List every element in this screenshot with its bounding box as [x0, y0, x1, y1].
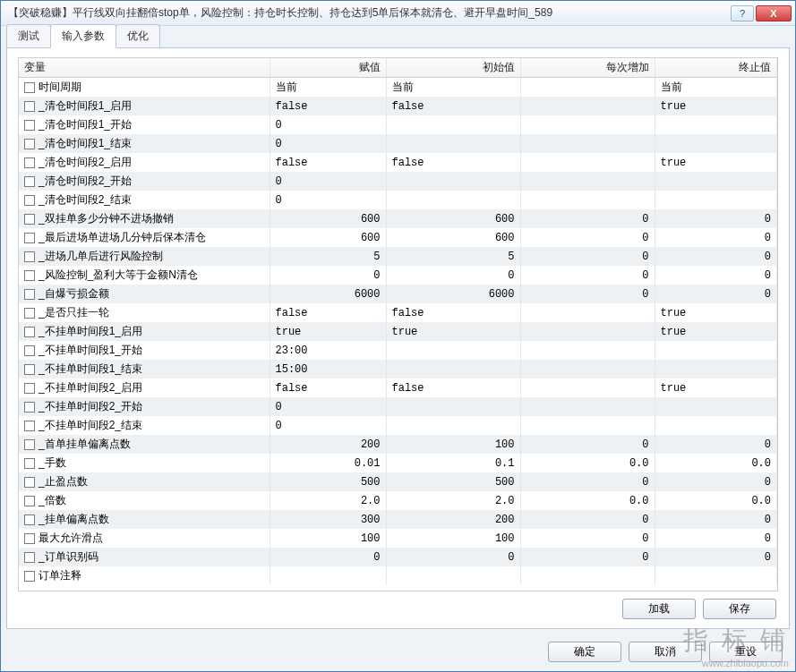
help-button[interactable]: ?	[731, 5, 754, 21]
table-row[interactable]: _不挂单时间段1_结束15:00	[19, 360, 777, 379]
save-button[interactable]: 保存	[703, 599, 776, 619]
param-stop[interactable]	[655, 416, 777, 435]
checkbox-icon[interactable]	[24, 157, 35, 168]
checkbox-icon[interactable]	[24, 439, 35, 450]
param-name-cell[interactable]: _不挂单时间段1_启用	[19, 322, 270, 341]
param-initial[interactable]	[386, 172, 520, 191]
param-initial[interactable]	[386, 191, 520, 209]
checkbox-icon[interactable]	[24, 82, 35, 93]
checkbox-icon[interactable]	[24, 571, 35, 582]
param-stop[interactable]: true	[655, 322, 777, 341]
table-row[interactable]: _清仓时间段1_启用falsefalsetrue	[19, 97, 777, 115]
checkbox-icon[interactable]	[24, 233, 35, 243]
checkbox-icon[interactable]	[24, 139, 35, 149]
checkbox-icon[interactable]	[24, 383, 35, 394]
checkbox-icon[interactable]	[24, 496, 35, 506]
table-row[interactable]: _清仓时间段1_结束0	[19, 134, 777, 153]
reset-button[interactable]: 重设	[709, 642, 783, 662]
param-value[interactable]: 600	[270, 228, 386, 247]
param-step[interactable]	[520, 191, 655, 209]
param-step[interactable]: 0	[520, 472, 655, 491]
param-step[interactable]	[520, 153, 655, 172]
table-row[interactable]: 时间周期当前当前当前	[19, 78, 777, 98]
param-stop[interactable]	[655, 134, 777, 153]
table-row[interactable]: _最后进场单进场几分钟后保本清仓60060000	[19, 228, 777, 247]
checkbox-icon[interactable]	[24, 402, 35, 413]
param-name-cell[interactable]: 最大允许滑点	[19, 529, 270, 548]
param-step[interactable]	[520, 78, 655, 98]
table-row[interactable]: _不挂单时间段1_开始23:00	[19, 341, 777, 360]
param-step[interactable]	[520, 566, 655, 585]
param-value[interactable]: 0	[270, 172, 386, 191]
checkbox-icon[interactable]	[24, 101, 35, 112]
table-row[interactable]: _不挂单时间段2_开始0	[19, 397, 777, 416]
param-step[interactable]: 0	[520, 247, 655, 266]
param-initial[interactable]	[386, 360, 520, 379]
param-initial[interactable]	[386, 416, 520, 435]
param-stop[interactable]: true	[655, 153, 777, 172]
param-name-cell[interactable]: _清仓时间段2_结束	[19, 191, 270, 209]
param-stop[interactable]: 0	[655, 285, 777, 303]
table-row[interactable]: _清仓时间段1_开始0	[19, 115, 777, 134]
param-stop[interactable]: 0	[655, 529, 777, 548]
param-value[interactable]: 100	[270, 529, 386, 548]
param-name-cell[interactable]: _清仓时间段1_启用	[19, 97, 270, 115]
param-stop[interactable]: 0	[655, 228, 777, 247]
param-stop[interactable]: 0	[655, 247, 777, 266]
param-name-cell[interactable]: _最后进场单进场几分钟后保本清仓	[19, 228, 270, 247]
param-initial[interactable]: 200	[386, 510, 520, 529]
checkbox-icon[interactable]	[24, 270, 35, 281]
param-initial[interactable]	[386, 397, 520, 416]
col-stop[interactable]: 终止值	[655, 58, 777, 78]
param-value[interactable]: false	[270, 379, 386, 397]
param-name-cell[interactable]: _倍数	[19, 491, 270, 510]
param-value[interactable]: 0	[270, 191, 386, 209]
param-stop[interactable]: 当前	[655, 78, 777, 98]
param-stop[interactable]: true	[655, 379, 777, 397]
param-value[interactable]: 6000	[270, 285, 386, 303]
param-step[interactable]: 0	[520, 266, 655, 285]
param-value[interactable]: false	[270, 153, 386, 172]
param-stop[interactable]: 0	[655, 510, 777, 529]
param-step[interactable]: 0	[520, 228, 655, 247]
param-initial[interactable]: false	[386, 153, 520, 172]
param-step[interactable]	[520, 134, 655, 153]
param-value[interactable]: true	[270, 322, 386, 341]
checkbox-icon[interactable]	[24, 120, 35, 131]
table-row[interactable]: _双挂单多少分钟不进场撤销60060000	[19, 209, 777, 228]
col-initial[interactable]: 初始值	[386, 58, 520, 78]
table-row[interactable]: 最大允许滑点10010000	[19, 529, 777, 548]
checkbox-icon[interactable]	[24, 533, 35, 544]
param-stop[interactable]	[655, 360, 777, 379]
param-step[interactable]: 0	[520, 548, 655, 566]
table-row[interactable]: _清仓时间段2_开始0	[19, 172, 777, 191]
load-button[interactable]: 加载	[622, 599, 696, 619]
param-step[interactable]	[520, 322, 655, 341]
col-variable[interactable]: 变量	[19, 58, 270, 78]
param-step[interactable]: 0	[520, 285, 655, 303]
param-step[interactable]	[520, 360, 655, 379]
param-name-cell[interactable]: _首单挂单偏离点数	[19, 435, 270, 454]
param-value[interactable]: 0	[270, 416, 386, 435]
param-value[interactable]: 0.01	[270, 454, 386, 472]
param-step[interactable]: 0	[520, 529, 655, 548]
param-stop[interactable]: 0.0	[655, 454, 777, 472]
param-name-cell[interactable]: _是否只挂一轮	[19, 303, 270, 322]
param-stop[interactable]	[655, 115, 777, 134]
param-name-cell[interactable]: _进场几单后进行风险控制	[19, 247, 270, 266]
param-value[interactable]: false	[270, 303, 386, 322]
param-initial[interactable]: true	[386, 322, 520, 341]
param-initial[interactable]: 0	[386, 266, 520, 285]
param-initial[interactable]: 500	[386, 472, 520, 491]
param-stop[interactable]	[655, 191, 777, 209]
table-row[interactable]: _风险控制_盈利大等于金额N清仓0000	[19, 266, 777, 285]
param-name-cell[interactable]: _不挂单时间段1_结束	[19, 360, 270, 379]
table-row[interactable]: _不挂单时间段2_启用falsefalsetrue	[19, 379, 777, 397]
param-initial[interactable]: 2.0	[386, 491, 520, 510]
param-name-cell[interactable]: 时间周期	[19, 78, 270, 98]
param-value[interactable]: 2.0	[270, 491, 386, 510]
param-initial[interactable]: 600	[386, 228, 520, 247]
param-name-cell[interactable]: _不挂单时间段2_启用	[19, 379, 270, 397]
checkbox-icon[interactable]	[24, 214, 35, 225]
cancel-button[interactable]: 取消	[629, 642, 702, 662]
